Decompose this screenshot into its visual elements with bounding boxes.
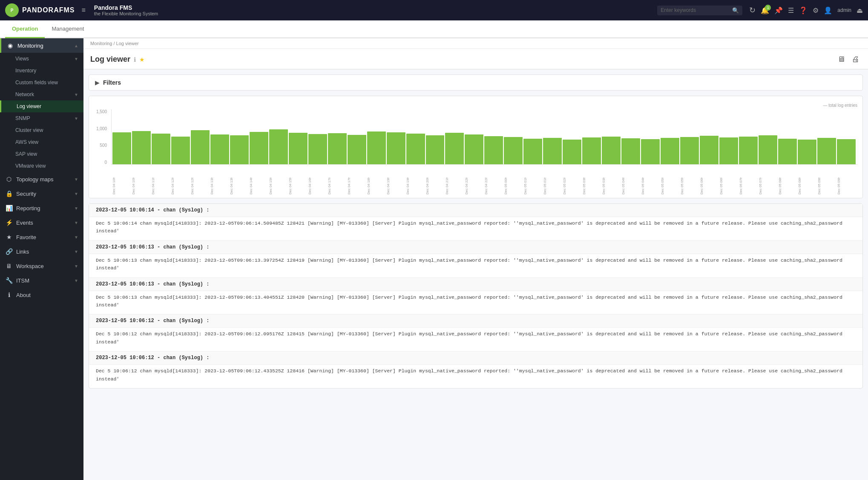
app-subtitle: the Flexible Monitoring System xyxy=(94,11,657,16)
sidebar-label-workspace: Workspace xyxy=(16,263,44,269)
sidebar-item-events[interactable]: ⚡ Events ▼ xyxy=(0,215,83,230)
list-icon[interactable]: ☰ xyxy=(788,6,794,14)
topology-chevron-icon: ▼ xyxy=(74,177,78,182)
x-label: Dec 04 13h xyxy=(210,179,229,194)
sidebar-label-inventory: Inventory xyxy=(15,68,36,74)
chart-bar xyxy=(152,134,170,164)
sidebar-item-itsm[interactable]: 🔧 ITSM ▼ xyxy=(0,273,83,288)
x-label: Dec 05 05h xyxy=(680,179,699,194)
sidebar-label-reporting: Reporting xyxy=(16,205,40,211)
help-icon[interactable]: ❓ xyxy=(799,6,808,14)
x-label: Dec 05 02h xyxy=(563,179,581,194)
security-icon: 🔒 xyxy=(5,190,13,197)
sidebar-item-workspace[interactable]: 🖥 Workspace ▼ xyxy=(0,259,83,273)
chart-bar xyxy=(759,135,777,164)
x-label: Dec 05 09h xyxy=(817,179,836,194)
x-label: Dec 04 10h xyxy=(112,179,131,194)
page-info-icon[interactable]: ℹ xyxy=(134,56,136,63)
x-label: Dec 05 08h xyxy=(798,179,816,194)
notification-icon[interactable]: 🔔 1 xyxy=(761,6,769,14)
sidebar-item-inventory[interactable]: Inventory xyxy=(0,65,83,77)
page-view-icons: 🖥 🖨 xyxy=(836,53,861,66)
sidebar-label-about: About xyxy=(16,292,31,298)
sidebar-item-cluster-view[interactable]: Cluster view xyxy=(0,124,83,136)
sidebar-label-log-viewer: Log viewer xyxy=(17,103,41,109)
sidebar-item-reporting[interactable]: 📊 Reporting ▼ xyxy=(0,201,83,215)
filters-header[interactable]: ▶ Filters xyxy=(89,75,862,90)
x-label: Dec 04 19h xyxy=(406,179,425,194)
sidebar-item-security[interactable]: 🔒 Security ▼ xyxy=(0,186,83,201)
sidebar-item-about[interactable]: ℹ About xyxy=(0,288,83,302)
x-labels-area: Dec 04 10hDec 04 10hDec 04 11hDec 04 12h… xyxy=(111,177,857,194)
x-label: Dec 04 18h xyxy=(367,179,385,194)
sidebar-label-security: Security xyxy=(16,191,36,197)
chart-bar xyxy=(387,132,405,164)
log-entry-body: Dec 5 10:06:13 chan mysqld[1418333]: 202… xyxy=(89,291,862,315)
sidebar-item-log-viewer[interactable]: Log viewer xyxy=(0,100,83,112)
settings-icon[interactable]: ⚙ xyxy=(813,6,819,14)
chart-bar xyxy=(484,136,503,164)
search-icon[interactable]: 🔍 xyxy=(732,7,739,14)
chart-bar xyxy=(602,137,621,164)
search-area[interactable]: 🔍 xyxy=(657,6,742,15)
page-header: Log viewer ℹ ★ 🖥 🖨 xyxy=(83,49,868,69)
chart-bar xyxy=(543,138,562,164)
x-label: Dec 05 04h xyxy=(641,179,660,194)
tab-operation[interactable]: Operation xyxy=(5,20,45,38)
chart-bar xyxy=(406,134,425,164)
print-view-icon[interactable]: 🖨 xyxy=(850,53,861,66)
admin-label: admin xyxy=(837,7,851,13)
sidebar-label-topology-maps: Topology maps xyxy=(16,176,53,183)
hamburger-icon[interactable]: ≡ xyxy=(81,6,85,14)
nav-tabs: Operation Management xyxy=(0,20,868,38)
chart-bar xyxy=(680,137,699,164)
filters-chevron-icon: ▶ xyxy=(95,79,100,86)
breadcrumb: Monitoring / Log viewer xyxy=(83,38,868,49)
top-header: P PANDORAFMS ≡ Pandora FMS the Flexible … xyxy=(0,0,868,20)
x-label: Dec 04 20h xyxy=(425,179,444,194)
page-star-icon[interactable]: ★ xyxy=(139,56,145,63)
refresh-icon[interactable]: ↻ xyxy=(749,6,756,15)
itsm-icon: 🔧 xyxy=(5,277,13,284)
x-label: Dec 04 19h xyxy=(386,179,405,194)
sidebar-item-custom-fields[interactable]: Custom fields view xyxy=(0,77,83,89)
logout-icon[interactable]: ⏏ xyxy=(857,6,863,14)
sidebar-label-itsm: ITSM xyxy=(16,277,29,284)
user-icon[interactable]: 👤 xyxy=(824,6,832,14)
chart-bar xyxy=(739,137,758,164)
notification-badge: 1 xyxy=(765,5,771,11)
chart-bar xyxy=(289,133,308,164)
sidebar-item-sap-view[interactable]: SAP view xyxy=(0,148,83,160)
chart-bar xyxy=(504,137,523,164)
sidebar-item-network[interactable]: Network ▼ xyxy=(0,89,83,100)
events-chevron-icon: ▼ xyxy=(74,220,78,225)
sidebar-item-links[interactable]: 🔗 Links ▼ xyxy=(0,244,83,259)
log-entry-header: 2023-12-05 10:06:13 - chan (Syslog) : xyxy=(89,278,862,291)
x-label: Dec 05 06h xyxy=(719,179,738,194)
sidebar-item-snmp[interactable]: SNMP ▼ xyxy=(0,112,83,124)
sidebar-item-aws-view[interactable]: AWS view xyxy=(0,136,83,148)
filters-label: Filters xyxy=(103,79,121,86)
sidebar-label-network: Network xyxy=(15,91,34,97)
chart-bar xyxy=(367,131,386,164)
tab-management[interactable]: Management xyxy=(45,20,91,38)
y-label-1500: 1,500 xyxy=(94,109,107,114)
x-label: Dec 04 13h xyxy=(230,179,248,194)
sidebar-item-favorite[interactable]: ★ Favorite ▼ xyxy=(0,230,83,244)
search-input[interactable] xyxy=(661,7,729,13)
bars-area xyxy=(111,109,857,165)
sidebar-item-views[interactable]: Views ▼ xyxy=(0,53,83,65)
x-label: Dec 04 14h xyxy=(249,179,268,194)
sidebar-item-vmware-view[interactable]: VMware view xyxy=(0,160,83,172)
favorite-icon: ★ xyxy=(5,234,13,240)
chart-bar xyxy=(582,137,601,164)
sidebar-label-aws-view: AWS view xyxy=(15,139,38,145)
pin-icon[interactable]: 📌 xyxy=(774,6,783,14)
monitoring-chevron-icon: ▲ xyxy=(74,43,78,48)
desktop-view-icon[interactable]: 🖥 xyxy=(836,53,847,66)
log-entry-body: Dec 5 10:06:12 chan mysqld[1418333]: 202… xyxy=(89,365,862,388)
x-label: Dec 04 22h xyxy=(465,179,483,194)
sidebar-item-topology-maps[interactable]: ⬡ Topology maps ▼ xyxy=(0,172,83,186)
chart-bar xyxy=(230,135,249,164)
sidebar-item-monitoring[interactable]: ◉ Monitoring ▲ xyxy=(0,38,83,53)
